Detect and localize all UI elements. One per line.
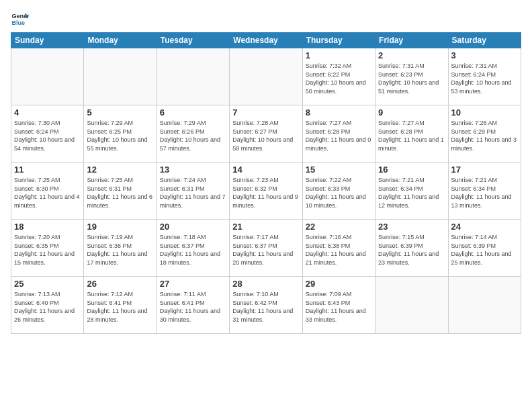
day-number: 2 bbox=[378, 50, 445, 60]
day-number: 24 bbox=[451, 222, 518, 232]
day-cell: 5Sunrise: 7:29 AM Sunset: 6:25 PM Daylig… bbox=[84, 105, 157, 163]
logo-icon: General Blue bbox=[11, 8, 30, 27]
day-number: 12 bbox=[87, 165, 153, 175]
day-number: 20 bbox=[160, 222, 226, 232]
day-cell: 22Sunrise: 7:16 AM Sunset: 6:38 PM Dayli… bbox=[302, 220, 375, 277]
day-number: 1 bbox=[306, 50, 372, 60]
week-row-1: 4Sunrise: 7:30 AM Sunset: 6:24 PM Daylig… bbox=[11, 105, 521, 163]
day-info: Sunrise: 7:29 AM Sunset: 6:26 PM Dayligh… bbox=[160, 119, 226, 152]
day-number: 17 bbox=[451, 165, 518, 175]
header-row: SundayMondayTuesdayWednesdayThursdayFrid… bbox=[11, 33, 521, 48]
day-cell: 8Sunrise: 7:27 AM Sunset: 6:28 PM Daylig… bbox=[302, 105, 375, 163]
day-number: 16 bbox=[378, 165, 445, 175]
calendar-table: SundayMondayTuesdayWednesdayThursdayFrid… bbox=[11, 32, 521, 334]
logo: General Blue bbox=[11, 8, 32, 27]
day-cell: 9Sunrise: 7:27 AM Sunset: 6:28 PM Daylig… bbox=[375, 105, 448, 163]
day-cell: 21Sunrise: 7:17 AM Sunset: 6:37 PM Dayli… bbox=[230, 220, 302, 277]
week-row-3: 18Sunrise: 7:20 AM Sunset: 6:35 PM Dayli… bbox=[11, 220, 521, 277]
day-cell: 11Sunrise: 7:25 AM Sunset: 6:30 PM Dayli… bbox=[11, 163, 84, 220]
day-number: 7 bbox=[232, 107, 299, 118]
day-info: Sunrise: 7:29 AM Sunset: 6:25 PM Dayligh… bbox=[87, 119, 153, 152]
day-cell bbox=[448, 277, 521, 334]
day-number: 26 bbox=[87, 279, 153, 289]
day-info: Sunrise: 7:30 AM Sunset: 6:24 PM Dayligh… bbox=[14, 119, 81, 152]
day-cell: 17Sunrise: 7:21 AM Sunset: 6:34 PM Dayli… bbox=[448, 163, 521, 220]
day-cell: 19Sunrise: 7:19 AM Sunset: 6:36 PM Dayli… bbox=[84, 220, 157, 277]
header-day-tuesday: Tuesday bbox=[157, 33, 229, 48]
day-info: Sunrise: 7:19 AM Sunset: 6:36 PM Dayligh… bbox=[87, 233, 153, 267]
week-row-2: 11Sunrise: 7:25 AM Sunset: 6:30 PM Dayli… bbox=[11, 163, 521, 220]
calendar-body: 1Sunrise: 7:32 AM Sunset: 6:22 PM Daylig… bbox=[11, 48, 521, 334]
day-number: 22 bbox=[306, 222, 372, 232]
day-number: 8 bbox=[306, 107, 372, 118]
day-cell: 16Sunrise: 7:21 AM Sunset: 6:34 PM Dayli… bbox=[375, 163, 448, 220]
header-day-monday: Monday bbox=[84, 33, 157, 48]
day-number: 21 bbox=[232, 222, 299, 232]
day-cell bbox=[157, 48, 229, 105]
day-info: Sunrise: 7:22 AM Sunset: 6:33 PM Dayligh… bbox=[306, 176, 372, 210]
day-cell: 24Sunrise: 7:14 AM Sunset: 6:39 PM Dayli… bbox=[448, 220, 521, 277]
day-info: Sunrise: 7:27 AM Sunset: 6:28 PM Dayligh… bbox=[306, 119, 372, 152]
day-number: 29 bbox=[306, 279, 372, 289]
day-info: Sunrise: 7:14 AM Sunset: 6:39 PM Dayligh… bbox=[451, 233, 518, 267]
day-info: Sunrise: 7:10 AM Sunset: 6:42 PM Dayligh… bbox=[232, 290, 299, 324]
day-cell: 29Sunrise: 7:09 AM Sunset: 6:43 PM Dayli… bbox=[302, 277, 375, 334]
day-cell: 2Sunrise: 7:31 AM Sunset: 6:23 PM Daylig… bbox=[375, 48, 448, 105]
day-number: 15 bbox=[306, 165, 372, 175]
day-info: Sunrise: 7:15 AM Sunset: 6:39 PM Dayligh… bbox=[378, 233, 445, 267]
day-number: 10 bbox=[451, 107, 518, 118]
day-cell: 20Sunrise: 7:18 AM Sunset: 6:37 PM Dayli… bbox=[157, 220, 229, 277]
day-info: Sunrise: 7:31 AM Sunset: 6:24 PM Dayligh… bbox=[451, 62, 518, 95]
day-cell: 18Sunrise: 7:20 AM Sunset: 6:35 PM Dayli… bbox=[11, 220, 84, 277]
day-cell: 10Sunrise: 7:26 AM Sunset: 6:29 PM Dayli… bbox=[448, 105, 521, 163]
day-cell: 13Sunrise: 7:24 AM Sunset: 6:31 PM Dayli… bbox=[157, 163, 229, 220]
day-number: 11 bbox=[14, 165, 81, 175]
day-cell: 12Sunrise: 7:25 AM Sunset: 6:31 PM Dayli… bbox=[84, 163, 157, 220]
day-info: Sunrise: 7:23 AM Sunset: 6:32 PM Dayligh… bbox=[232, 176, 299, 210]
day-info: Sunrise: 7:20 AM Sunset: 6:35 PM Dayligh… bbox=[14, 233, 81, 267]
day-cell: 6Sunrise: 7:29 AM Sunset: 6:26 PM Daylig… bbox=[157, 105, 229, 163]
day-cell: 4Sunrise: 7:30 AM Sunset: 6:24 PM Daylig… bbox=[11, 105, 84, 163]
day-cell: 14Sunrise: 7:23 AM Sunset: 6:32 PM Dayli… bbox=[230, 163, 302, 220]
day-cell bbox=[11, 48, 84, 105]
day-cell: 23Sunrise: 7:15 AM Sunset: 6:39 PM Dayli… bbox=[375, 220, 448, 277]
day-number: 4 bbox=[14, 107, 81, 118]
day-number: 6 bbox=[160, 107, 226, 118]
day-cell: 26Sunrise: 7:12 AM Sunset: 6:41 PM Dayli… bbox=[84, 277, 157, 334]
day-number: 18 bbox=[14, 222, 81, 232]
day-cell: 25Sunrise: 7:13 AM Sunset: 6:40 PM Dayli… bbox=[11, 277, 84, 334]
day-cell bbox=[230, 48, 302, 105]
day-number: 19 bbox=[87, 222, 153, 232]
day-cell: 3Sunrise: 7:31 AM Sunset: 6:24 PM Daylig… bbox=[448, 48, 521, 105]
day-cell bbox=[84, 48, 157, 105]
day-cell: 7Sunrise: 7:28 AM Sunset: 6:27 PM Daylig… bbox=[230, 105, 302, 163]
calendar-header: SundayMondayTuesdayWednesdayThursdayFrid… bbox=[11, 33, 521, 48]
header-day-thursday: Thursday bbox=[302, 33, 375, 48]
day-number: 5 bbox=[87, 107, 153, 118]
day-number: 13 bbox=[160, 165, 226, 175]
svg-text:Blue: Blue bbox=[11, 19, 25, 26]
day-number: 27 bbox=[160, 279, 226, 289]
day-info: Sunrise: 7:24 AM Sunset: 6:31 PM Dayligh… bbox=[160, 176, 226, 210]
day-cell: 28Sunrise: 7:10 AM Sunset: 6:42 PM Dayli… bbox=[230, 277, 302, 334]
day-info: Sunrise: 7:28 AM Sunset: 6:27 PM Dayligh… bbox=[232, 119, 299, 152]
day-info: Sunrise: 7:21 AM Sunset: 6:34 PM Dayligh… bbox=[451, 176, 518, 210]
week-row-0: 1Sunrise: 7:32 AM Sunset: 6:22 PM Daylig… bbox=[11, 48, 521, 105]
day-info: Sunrise: 7:09 AM Sunset: 6:43 PM Dayligh… bbox=[306, 290, 372, 324]
day-number: 25 bbox=[14, 279, 81, 289]
day-number: 28 bbox=[232, 279, 299, 289]
header-day-wednesday: Wednesday bbox=[230, 33, 302, 48]
day-info: Sunrise: 7:21 AM Sunset: 6:34 PM Dayligh… bbox=[378, 176, 445, 210]
header-day-friday: Friday bbox=[375, 33, 448, 48]
page: General Blue SundayMondayTuesdayWednesda… bbox=[0, 0, 532, 411]
header-day-saturday: Saturday bbox=[448, 33, 521, 48]
day-number: 3 bbox=[451, 50, 518, 60]
day-info: Sunrise: 7:18 AM Sunset: 6:37 PM Dayligh… bbox=[160, 233, 226, 267]
day-cell: 15Sunrise: 7:22 AM Sunset: 6:33 PM Dayli… bbox=[302, 163, 375, 220]
day-info: Sunrise: 7:25 AM Sunset: 6:30 PM Dayligh… bbox=[14, 176, 81, 210]
day-info: Sunrise: 7:25 AM Sunset: 6:31 PM Dayligh… bbox=[87, 176, 153, 210]
week-row-4: 25Sunrise: 7:13 AM Sunset: 6:40 PM Dayli… bbox=[11, 277, 521, 334]
day-number: 23 bbox=[378, 222, 445, 232]
day-number: 14 bbox=[232, 165, 299, 175]
day-cell: 1Sunrise: 7:32 AM Sunset: 6:22 PM Daylig… bbox=[302, 48, 375, 105]
